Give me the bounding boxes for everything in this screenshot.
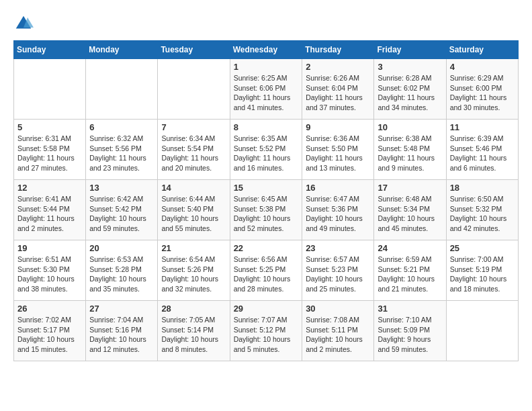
day-of-week-header: Thursday bbox=[302, 41, 374, 59]
day-info: Sunrise: 6:57 AM Sunset: 5:23 PM Dayligh… bbox=[306, 255, 370, 294]
day-info: Sunrise: 6:51 AM Sunset: 5:30 PM Dayligh… bbox=[17, 255, 82, 294]
calendar-cell: 28Sunrise: 7:05 AM Sunset: 5:14 PM Dayli… bbox=[158, 301, 230, 361]
day-info: Sunrise: 6:34 AM Sunset: 5:54 PM Dayligh… bbox=[161, 134, 226, 173]
day-info: Sunrise: 6:47 AM Sunset: 5:36 PM Dayligh… bbox=[306, 194, 370, 234]
day-of-week-header: Friday bbox=[374, 41, 446, 59]
calendar-cell: 9Sunrise: 6:36 AM Sunset: 5:50 PM Daylig… bbox=[302, 120, 374, 180]
logo-icon bbox=[13, 13, 34, 34]
calendar-cell: 8Sunrise: 6:35 AM Sunset: 5:52 PM Daylig… bbox=[230, 120, 302, 180]
calendar-cell: 10Sunrise: 6:38 AM Sunset: 5:48 PM Dayli… bbox=[374, 120, 446, 180]
day-info: Sunrise: 7:08 AM Sunset: 5:11 PM Dayligh… bbox=[306, 315, 370, 355]
day-info: Sunrise: 6:53 AM Sunset: 5:28 PM Dayligh… bbox=[89, 255, 154, 294]
calendar-cell: 17Sunrise: 6:48 AM Sunset: 5:34 PM Dayli… bbox=[374, 180, 446, 240]
calendar-cell: 11Sunrise: 6:39 AM Sunset: 5:46 PM Dayli… bbox=[446, 120, 518, 180]
day-number: 26 bbox=[17, 304, 82, 314]
calendar-cell: 31Sunrise: 7:10 AM Sunset: 5:09 PM Dayli… bbox=[374, 301, 446, 361]
day-number: 18 bbox=[450, 183, 515, 193]
day-info: Sunrise: 6:39 AM Sunset: 5:46 PM Dayligh… bbox=[450, 134, 515, 173]
day-number: 27 bbox=[89, 304, 154, 314]
day-number: 11 bbox=[450, 122, 515, 132]
calendar-cell: 20Sunrise: 6:53 AM Sunset: 5:28 PM Dayli… bbox=[86, 240, 158, 301]
calendar-cell bbox=[86, 59, 158, 120]
calendar-header: SundayMondayTuesdayWednesdayThursdayFrid… bbox=[14, 41, 519, 59]
day-info: Sunrise: 6:59 AM Sunset: 5:21 PM Dayligh… bbox=[378, 255, 442, 294]
day-info: Sunrise: 6:32 AM Sunset: 5:56 PM Dayligh… bbox=[89, 134, 154, 173]
day-info: Sunrise: 7:07 AM Sunset: 5:12 PM Dayligh… bbox=[234, 315, 299, 355]
day-number: 15 bbox=[234, 183, 299, 193]
day-number: 28 bbox=[161, 304, 226, 314]
day-info: Sunrise: 6:56 AM Sunset: 5:25 PM Dayligh… bbox=[234, 255, 299, 294]
day-info: Sunrise: 6:42 AM Sunset: 5:42 PM Dayligh… bbox=[89, 194, 154, 234]
day-number: 4 bbox=[450, 62, 515, 72]
day-number: 25 bbox=[450, 243, 515, 253]
day-info: Sunrise: 6:41 AM Sunset: 5:44 PM Dayligh… bbox=[17, 194, 82, 234]
calendar-cell: 16Sunrise: 6:47 AM Sunset: 5:36 PM Dayli… bbox=[302, 180, 374, 240]
day-of-week-header: Wednesday bbox=[230, 41, 302, 59]
day-of-week-header: Saturday bbox=[446, 41, 518, 59]
day-info: Sunrise: 7:10 AM Sunset: 5:09 PM Dayligh… bbox=[378, 315, 442, 355]
day-info: Sunrise: 6:44 AM Sunset: 5:40 PM Dayligh… bbox=[161, 194, 226, 234]
calendar-cell: 12Sunrise: 6:41 AM Sunset: 5:44 PM Dayli… bbox=[14, 180, 86, 240]
calendar-week-row: 5Sunrise: 6:31 AM Sunset: 5:58 PM Daylig… bbox=[14, 120, 519, 180]
day-number: 22 bbox=[234, 243, 299, 253]
day-number: 13 bbox=[89, 183, 154, 193]
calendar-cell: 14Sunrise: 6:44 AM Sunset: 5:40 PM Dayli… bbox=[158, 180, 230, 240]
day-number: 12 bbox=[17, 183, 82, 193]
day-info: Sunrise: 7:02 AM Sunset: 5:17 PM Dayligh… bbox=[17, 315, 82, 355]
day-info: Sunrise: 6:48 AM Sunset: 5:34 PM Dayligh… bbox=[378, 194, 442, 234]
calendar-cell: 25Sunrise: 7:00 AM Sunset: 5:19 PM Dayli… bbox=[446, 240, 518, 301]
day-info: Sunrise: 6:25 AM Sunset: 6:06 PM Dayligh… bbox=[234, 73, 299, 113]
day-info: Sunrise: 7:05 AM Sunset: 5:14 PM Dayligh… bbox=[161, 315, 226, 355]
calendar-cell: 2Sunrise: 6:26 AM Sunset: 6:04 PM Daylig… bbox=[302, 59, 374, 120]
day-info: Sunrise: 6:54 AM Sunset: 5:26 PM Dayligh… bbox=[161, 255, 226, 294]
calendar-cell: 21Sunrise: 6:54 AM Sunset: 5:26 PM Dayli… bbox=[158, 240, 230, 301]
calendar-cell: 15Sunrise: 6:45 AM Sunset: 5:38 PM Dayli… bbox=[230, 180, 302, 240]
calendar-week-row: 12Sunrise: 6:41 AM Sunset: 5:44 PM Dayli… bbox=[14, 180, 519, 240]
day-of-week-header: Tuesday bbox=[158, 41, 230, 59]
day-number: 9 bbox=[306, 122, 370, 132]
day-info: Sunrise: 6:36 AM Sunset: 5:50 PM Dayligh… bbox=[306, 134, 370, 173]
day-number: 16 bbox=[306, 183, 370, 193]
calendar-cell: 19Sunrise: 6:51 AM Sunset: 5:30 PM Dayli… bbox=[14, 240, 86, 301]
calendar-cell: 4Sunrise: 6:29 AM Sunset: 6:00 PM Daylig… bbox=[446, 59, 518, 120]
calendar-cell: 30Sunrise: 7:08 AM Sunset: 5:11 PM Dayli… bbox=[302, 301, 374, 361]
calendar-cell: 1Sunrise: 6:25 AM Sunset: 6:06 PM Daylig… bbox=[230, 59, 302, 120]
day-number: 30 bbox=[306, 304, 370, 314]
calendar-cell: 29Sunrise: 7:07 AM Sunset: 5:12 PM Dayli… bbox=[230, 301, 302, 361]
calendar-week-row: 26Sunrise: 7:02 AM Sunset: 5:17 PM Dayli… bbox=[14, 301, 519, 361]
day-number: 29 bbox=[234, 304, 299, 314]
day-of-week-header: Sunday bbox=[14, 41, 86, 59]
day-number: 2 bbox=[306, 62, 370, 72]
calendar-cell: 3Sunrise: 6:28 AM Sunset: 6:02 PM Daylig… bbox=[374, 59, 446, 120]
day-info: Sunrise: 6:38 AM Sunset: 5:48 PM Dayligh… bbox=[378, 134, 442, 173]
day-number: 24 bbox=[378, 243, 442, 253]
day-number: 1 bbox=[234, 62, 299, 72]
day-info: Sunrise: 6:26 AM Sunset: 6:04 PM Dayligh… bbox=[306, 73, 370, 113]
logo bbox=[13, 13, 36, 34]
day-number: 17 bbox=[378, 183, 442, 193]
day-number: 8 bbox=[234, 122, 299, 132]
calendar-cell: 24Sunrise: 6:59 AM Sunset: 5:21 PM Dayli… bbox=[374, 240, 446, 301]
calendar-cell: 22Sunrise: 6:56 AM Sunset: 5:25 PM Dayli… bbox=[230, 240, 302, 301]
day-info: Sunrise: 6:28 AM Sunset: 6:02 PM Dayligh… bbox=[378, 73, 442, 113]
day-number: 20 bbox=[89, 243, 154, 253]
days-of-week-row: SundayMondayTuesdayWednesdayThursdayFrid… bbox=[14, 41, 519, 59]
day-number: 5 bbox=[17, 122, 82, 132]
day-info: Sunrise: 6:35 AM Sunset: 5:52 PM Dayligh… bbox=[234, 134, 299, 173]
day-info: Sunrise: 6:29 AM Sunset: 6:00 PM Dayligh… bbox=[450, 73, 515, 113]
calendar-cell bbox=[14, 59, 86, 120]
calendar-body: 1Sunrise: 6:25 AM Sunset: 6:06 PM Daylig… bbox=[14, 59, 519, 361]
calendar-week-row: 19Sunrise: 6:51 AM Sunset: 5:30 PM Dayli… bbox=[14, 240, 519, 301]
day-number: 7 bbox=[161, 122, 226, 132]
calendar-cell: 13Sunrise: 6:42 AM Sunset: 5:42 PM Dayli… bbox=[86, 180, 158, 240]
calendar-week-row: 1Sunrise: 6:25 AM Sunset: 6:06 PM Daylig… bbox=[14, 59, 519, 120]
calendar-cell bbox=[158, 59, 230, 120]
day-info: Sunrise: 6:50 AM Sunset: 5:32 PM Dayligh… bbox=[450, 194, 515, 234]
calendar-cell: 7Sunrise: 6:34 AM Sunset: 5:54 PM Daylig… bbox=[158, 120, 230, 180]
calendar-cell: 26Sunrise: 7:02 AM Sunset: 5:17 PM Dayli… bbox=[14, 301, 86, 361]
day-number: 23 bbox=[306, 243, 370, 253]
day-of-week-header: Monday bbox=[86, 41, 158, 59]
calendar-cell: 6Sunrise: 6:32 AM Sunset: 5:56 PM Daylig… bbox=[86, 120, 158, 180]
day-number: 31 bbox=[378, 304, 442, 314]
page-header bbox=[13, 13, 519, 34]
